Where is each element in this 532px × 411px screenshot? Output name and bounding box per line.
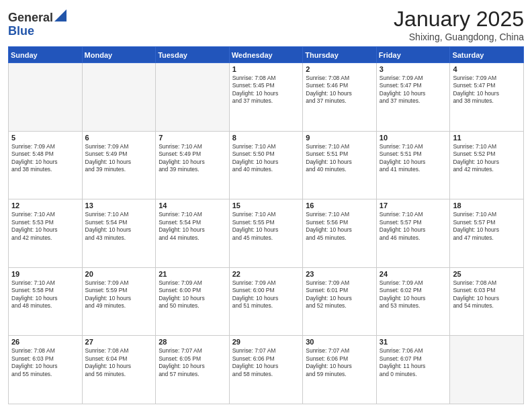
logo-blue-text: Blue [8,25,66,38]
day-info: Sunrise: 7:08 AM Sunset: 5:46 PM Dayligh… [306,75,373,105]
calendar-cell [156,63,230,132]
calendar-cell: 19Sunrise: 7:10 AM Sunset: 5:58 PM Dayli… [9,267,83,336]
day-info: Sunrise: 7:09 AM Sunset: 6:01 PM Dayligh… [306,279,373,310]
calendar-day-header: Sunday [9,47,83,63]
day-number: 2 [306,65,373,73]
calendar-cell: 4Sunrise: 7:09 AM Sunset: 5:47 PM Daylig… [450,63,524,132]
calendar-week-row: 5Sunrise: 7:09 AM Sunset: 5:48 PM Daylig… [9,131,524,199]
day-info: Sunrise: 7:10 AM Sunset: 5:54 PM Dayligh… [159,211,226,242]
logo-text: General [8,9,66,25]
day-info: Sunrise: 7:10 AM Sunset: 5:51 PM Dayligh… [380,143,447,174]
calendar-table: SundayMondayTuesdayWednesdayThursdayFrid… [8,46,524,404]
logo-blue: Blue [8,24,34,38]
day-number: 27 [85,338,153,346]
calendar-cell: 3Sunrise: 7:09 AM Sunset: 5:47 PM Daylig… [376,63,450,132]
calendar-cell: 26Sunrise: 7:08 AM Sunset: 6:03 PM Dayli… [9,336,83,404]
page: General Blue January 2025 Shixing, Guang… [0,0,532,411]
day-info: Sunrise: 7:06 AM Sunset: 6:07 PM Dayligh… [380,347,447,378]
calendar-cell: 21Sunrise: 7:09 AM Sunset: 6:00 PM Dayli… [156,267,230,336]
calendar-cell: 17Sunrise: 7:10 AM Sunset: 5:57 PM Dayli… [376,199,450,268]
day-info: Sunrise: 7:07 AM Sunset: 6:06 PM Dayligh… [232,347,300,378]
day-number: 18 [453,201,521,210]
calendar-cell: 31Sunrise: 7:06 AM Sunset: 6:07 PM Dayli… [376,336,450,404]
calendar-cell: 29Sunrise: 7:07 AM Sunset: 6:06 PM Dayli… [229,336,303,404]
day-number: 13 [85,201,153,210]
day-info: Sunrise: 7:09 AM Sunset: 6:00 PM Dayligh… [159,279,226,310]
day-info: Sunrise: 7:10 AM Sunset: 5:53 PM Dayligh… [11,211,79,242]
calendar-day-header: Friday [376,47,450,63]
day-info: Sunrise: 7:10 AM Sunset: 5:54 PM Dayligh… [85,211,153,242]
day-info: Sunrise: 7:08 AM Sunset: 6:03 PM Dayligh… [453,279,521,310]
day-info: Sunrise: 7:08 AM Sunset: 6:03 PM Dayligh… [11,347,79,378]
calendar-day-header: Monday [82,47,156,63]
day-number: 15 [232,201,300,210]
day-info: Sunrise: 7:10 AM Sunset: 5:57 PM Dayligh… [380,211,447,242]
day-info: Sunrise: 7:09 AM Sunset: 5:47 PM Dayligh… [453,75,521,105]
day-number: 9 [306,134,373,142]
day-info: Sunrise: 7:10 AM Sunset: 5:52 PM Dayligh… [453,143,521,174]
day-info: Sunrise: 7:09 AM Sunset: 5:49 PM Dayligh… [85,143,153,174]
calendar-cell: 22Sunrise: 7:09 AM Sunset: 6:00 PM Dayli… [229,267,303,336]
day-info: Sunrise: 7:10 AM Sunset: 5:57 PM Dayligh… [453,211,521,242]
day-info: Sunrise: 7:10 AM Sunset: 5:58 PM Dayligh… [11,279,79,310]
day-number: 16 [306,201,373,210]
day-info: Sunrise: 7:10 AM Sunset: 5:51 PM Dayligh… [306,143,373,174]
svg-marker-0 [54,9,66,21]
day-number: 1 [232,65,300,73]
day-number: 7 [159,134,226,142]
calendar-cell: 11Sunrise: 7:10 AM Sunset: 5:52 PM Dayli… [450,131,524,199]
calendar-week-row: 19Sunrise: 7:10 AM Sunset: 5:58 PM Dayli… [9,267,524,336]
calendar-cell: 7Sunrise: 7:10 AM Sunset: 5:49 PM Daylig… [156,131,230,199]
calendar-cell: 23Sunrise: 7:09 AM Sunset: 6:01 PM Dayli… [303,267,377,336]
day-number: 26 [11,338,79,346]
logo-triangle-icon [54,9,66,21]
day-number: 28 [159,338,226,346]
logo-general: General [8,11,53,24]
calendar-cell: 10Sunrise: 7:10 AM Sunset: 5:51 PM Dayli… [376,131,450,199]
day-number: 17 [380,201,447,210]
calendar-cell: 30Sunrise: 7:07 AM Sunset: 6:06 PM Dayli… [303,336,377,404]
calendar-cell [82,63,156,132]
calendar-cell [450,336,524,404]
day-number: 10 [380,134,447,142]
location-subtitle: Shixing, Guangdong, China [394,32,524,42]
calendar-day-header: Wednesday [229,47,303,63]
calendar-week-row: 12Sunrise: 7:10 AM Sunset: 5:53 PM Dayli… [9,199,524,268]
day-number: 30 [306,338,373,346]
day-info: Sunrise: 7:08 AM Sunset: 5:45 PM Dayligh… [232,75,300,105]
day-number: 19 [11,270,79,278]
day-number: 4 [453,65,521,73]
day-number: 24 [380,270,447,278]
day-info: Sunrise: 7:10 AM Sunset: 5:56 PM Dayligh… [306,211,373,242]
day-number: 21 [159,270,226,278]
calendar-cell: 8Sunrise: 7:10 AM Sunset: 5:50 PM Daylig… [229,131,303,199]
calendar-day-header: Tuesday [156,47,230,63]
calendar-week-row: 1Sunrise: 7:08 AM Sunset: 5:45 PM Daylig… [9,63,524,132]
calendar-cell: 24Sunrise: 7:09 AM Sunset: 6:02 PM Dayli… [376,267,450,336]
calendar-cell: 1Sunrise: 7:08 AM Sunset: 5:45 PM Daylig… [229,63,303,132]
day-number: 11 [453,134,521,142]
day-number: 6 [85,134,153,142]
month-title: January 2025 [394,7,524,32]
day-number: 23 [306,270,373,278]
calendar-cell [9,63,83,132]
day-number: 22 [232,270,300,278]
calendar-cell: 16Sunrise: 7:10 AM Sunset: 5:56 PM Dayli… [303,199,377,268]
calendar-cell: 28Sunrise: 7:07 AM Sunset: 6:05 PM Dayli… [156,336,230,404]
calendar-cell: 12Sunrise: 7:10 AM Sunset: 5:53 PM Dayli… [9,199,83,268]
day-number: 31 [380,338,447,346]
calendar-week-row: 26Sunrise: 7:08 AM Sunset: 6:03 PM Dayli… [9,336,524,404]
day-number: 29 [232,338,300,346]
logo: General Blue [8,9,66,38]
calendar-cell: 18Sunrise: 7:10 AM Sunset: 5:57 PM Dayli… [450,199,524,268]
day-info: Sunrise: 7:07 AM Sunset: 6:05 PM Dayligh… [159,347,226,378]
day-number: 25 [453,270,521,278]
day-info: Sunrise: 7:10 AM Sunset: 5:55 PM Dayligh… [232,211,300,242]
calendar-cell: 2Sunrise: 7:08 AM Sunset: 5:46 PM Daylig… [303,63,377,132]
calendar-cell: 27Sunrise: 7:08 AM Sunset: 6:04 PM Dayli… [82,336,156,404]
day-number: 5 [11,134,79,142]
day-info: Sunrise: 7:09 AM Sunset: 5:59 PM Dayligh… [85,279,153,310]
day-info: Sunrise: 7:08 AM Sunset: 6:04 PM Dayligh… [85,347,153,378]
day-number: 8 [232,134,300,142]
calendar-cell: 13Sunrise: 7:10 AM Sunset: 5:54 PM Dayli… [82,199,156,268]
